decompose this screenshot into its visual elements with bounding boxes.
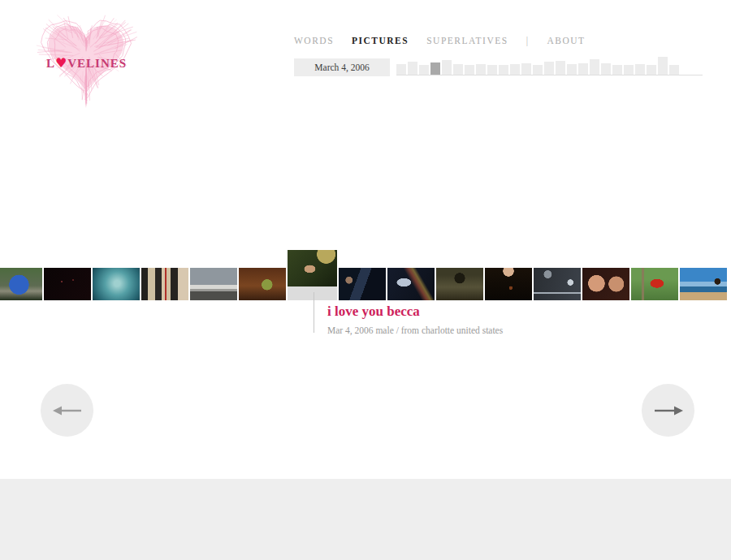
histogram-bar[interactable] [499, 65, 508, 75]
nav-item-superlatives[interactable]: SUPERLATIVES [426, 36, 508, 49]
photo-filmstrip [0, 268, 727, 300]
histogram-bar[interactable] [601, 63, 611, 75]
left-arrow-icon [51, 404, 84, 417]
histogram-bar[interactable] [419, 65, 429, 75]
histogram-bar[interactable] [612, 65, 622, 75]
histogram-bar[interactable] [556, 61, 565, 75]
histogram-bar[interactable] [396, 64, 406, 75]
right-arrow-icon [652, 404, 685, 417]
mood-slider-bar: LOVE ♥ HATE [0, 479, 731, 560]
logo-text-left: L [46, 57, 55, 70]
histogram-bar[interactable] [408, 62, 417, 75]
caption-connector-line [314, 292, 314, 333]
nav-separator: | [526, 36, 530, 49]
thumbnail-two-people-dark-blue[interactable] [339, 268, 386, 300]
histogram-bar-selected[interactable] [430, 62, 440, 75]
histogram-bar[interactable] [567, 64, 577, 75]
thumbnail-negative-face-rainbow[interactable] [387, 268, 435, 300]
lovelines-app: L♥VELINES WORDSPICTURESSUPERLATIVES|ABOU… [0, 0, 731, 560]
thumbnail-beach-handstand[interactable] [680, 268, 727, 300]
histogram-bar[interactable] [521, 63, 531, 75]
thumbnail-girl-portrait-selected[interactable] [288, 250, 337, 286]
histogram-bar[interactable] [658, 57, 668, 75]
histogram-bar[interactable] [465, 65, 474, 75]
logo-text-right: VELINES [67, 57, 127, 70]
date-histogram [396, 49, 703, 75]
previous-button[interactable] [41, 384, 93, 437]
thumbnail-electronics-panel[interactable] [534, 268, 581, 300]
histogram-bar[interactable] [635, 64, 645, 75]
lovelines-logo[interactable]: L♥VELINES [19, 6, 154, 114]
nav-item-words[interactable]: WORDS [294, 36, 334, 49]
photo-meta: Mar 4, 2006 male / from charlotte united… [327, 325, 503, 335]
thumbnail-blue-sphere-outdoors[interactable] [0, 268, 42, 300]
thumbnail-kid-red-shirt-grass[interactable] [631, 268, 678, 300]
histogram-bar[interactable] [624, 65, 634, 75]
thumbnail-airplane-tarmac[interactable] [190, 268, 237, 300]
histogram-bar[interactable] [669, 65, 679, 75]
thumbnail-two-smiling-women[interactable] [582, 268, 629, 300]
histogram-bar[interactable] [476, 64, 486, 75]
histogram-bar[interactable] [442, 60, 452, 75]
logo-heart-icon: ♥ [55, 55, 67, 71]
photo-detail: i love you becca Mar 4, 2006 male / from… [327, 304, 503, 335]
top-nav: WORDSPICTURESSUPERLATIVES|ABOUT [294, 36, 586, 49]
histogram-bar[interactable] [533, 65, 543, 75]
logo-wordmark: L♥VELINES [19, 55, 154, 71]
histogram-bar[interactable] [487, 65, 497, 75]
thumbnail-dark-night-red-dots[interactable] [44, 268, 91, 300]
nav-item-pictures[interactable]: PICTURES [352, 36, 409, 49]
thumbnail-crowd-ceremony[interactable] [141, 268, 188, 300]
thumbnail-frog-on-brown[interactable] [239, 268, 286, 300]
date-label: March 4, 2006 [294, 58, 390, 76]
thumbnail-person-in-chair[interactable] [436, 268, 483, 300]
nav-item-about[interactable]: ABOUT [547, 36, 585, 49]
selected-thumbnail-slot [288, 268, 337, 300]
histogram-bar[interactable] [578, 63, 588, 75]
histogram-bar[interactable] [647, 65, 656, 75]
histogram-bar[interactable] [544, 62, 554, 75]
thumbnail-slot-placeholder [288, 286, 337, 300]
thumbnail-black-shirt-person[interactable] [485, 268, 532, 300]
histogram-bar[interactable] [510, 64, 520, 75]
histogram-bar[interactable] [453, 64, 463, 75]
histogram-baseline [396, 75, 703, 75]
next-button[interactable] [642, 384, 694, 437]
thumbnail-underwater-turtle[interactable] [93, 268, 140, 300]
histogram-bar[interactable] [590, 59, 599, 75]
photo-caption: i love you becca [327, 304, 503, 320]
